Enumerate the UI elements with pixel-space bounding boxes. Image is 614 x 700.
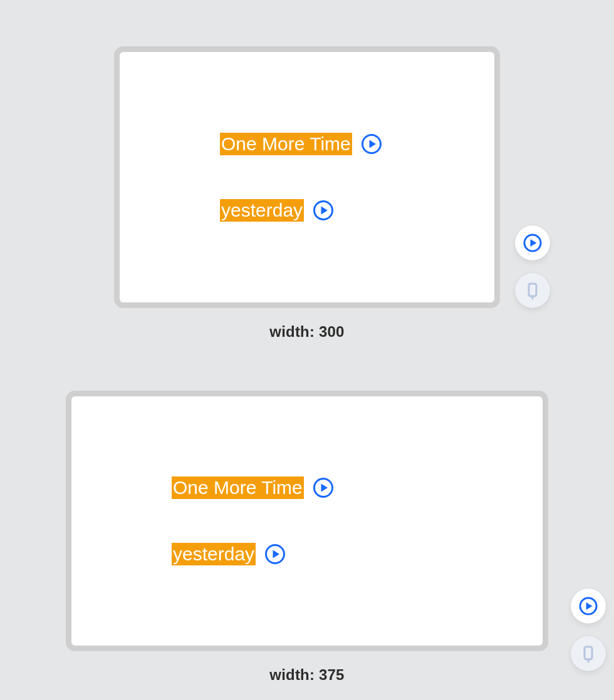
list-item: yesterday — [172, 543, 543, 565]
preview-side-controls — [571, 589, 606, 671]
svg-rect-3 — [529, 284, 536, 296]
list-item: One More Time — [220, 133, 494, 155]
preview-caption: width: 300 — [269, 323, 344, 341]
page-root: One More Time yesterday — [0, 0, 614, 684]
play-circle-icon — [264, 543, 286, 565]
device-icon — [523, 281, 542, 300]
play-circle-icon — [523, 233, 543, 253]
play-button[interactable] — [313, 200, 334, 221]
play-circle-icon — [313, 477, 334, 498]
preview-caption: width: 375 — [269, 666, 344, 684]
run-preview-button[interactable] — [515, 225, 550, 260]
preview-canvas: One More Time yesterday — [71, 396, 543, 646]
run-preview-button[interactable] — [571, 589, 606, 624]
device-preview-button[interactable] — [515, 273, 550, 308]
play-circle-icon — [313, 200, 334, 221]
track-label: yesterday — [172, 543, 256, 565]
list-item: One More Time — [172, 476, 543, 499]
track-label: One More Time — [172, 476, 304, 499]
preview-example-375: One More Time yesterday — [66, 391, 548, 684]
device-preview-button[interactable] — [571, 636, 606, 671]
play-button[interactable] — [264, 543, 286, 565]
preview-example-300: One More Time yesterday — [114, 46, 500, 341]
track-label: One More Time — [220, 133, 352, 155]
preview-canvas: One More Time yesterday — [120, 52, 494, 302]
preview-side-controls — [515, 225, 550, 308]
play-button[interactable] — [361, 133, 382, 155]
play-button[interactable] — [313, 477, 334, 498]
frame-wrap: One More Time yesterday — [66, 391, 548, 651]
svg-rect-8 — [585, 647, 592, 659]
list-item: yesterday — [220, 199, 494, 222]
device-icon — [579, 644, 598, 663]
track-label: yesterday — [220, 199, 304, 222]
play-circle-icon — [361, 133, 382, 155]
preview-frame: One More Time yesterday — [66, 391, 548, 651]
preview-frame: One More Time yesterday — [114, 46, 500, 308]
play-circle-icon — [578, 596, 598, 616]
frame-wrap: One More Time yesterday — [114, 46, 500, 308]
